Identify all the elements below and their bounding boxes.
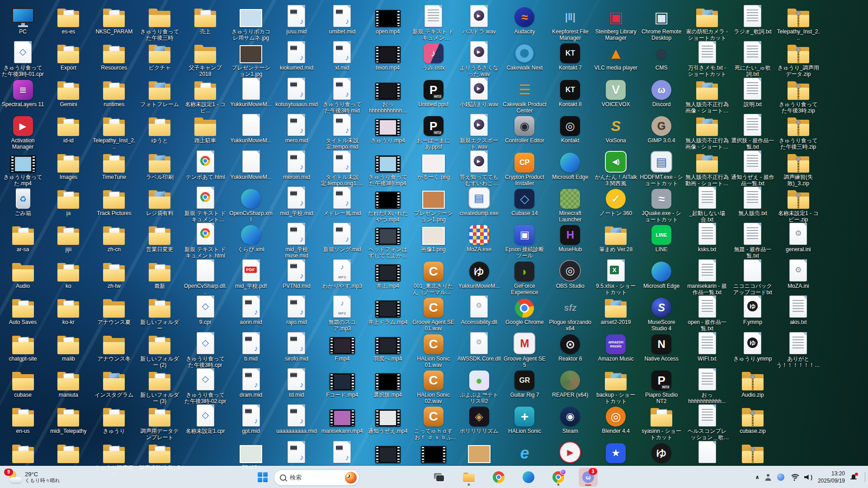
desktop-icon[interactable]: きゅうりボカコレ用サムネ.jpg (229, 4, 273, 41)
desktop-icon[interactable]: ≡SpectraLayers 11 (1, 76, 45, 108)
desktop-icon[interactable]: GRGuitar Rig 7 (503, 367, 547, 398)
desktop-icon[interactable] (47, 440, 90, 465)
desktop-icon[interactable]: ▣Chrome Remote Desktop (640, 4, 684, 41)
desktop-icon[interactable]: ◇9.cpr (184, 294, 227, 325)
desktop-icon[interactable]: ≈Audacity (503, 4, 547, 35)
desktop-icon[interactable]: CHALion Sonic 01.wav (411, 331, 455, 368)
desktop-icon[interactable]: ♪MP3わかりやす.mp3 (320, 258, 364, 289)
desktop-icon[interactable]: ♪MP3無題のスコア.mp3 (320, 294, 364, 332)
desktop-icon[interactable]: HMuseHub (548, 221, 592, 253)
desktop-icon[interactable]: 名称未設定1 - コピー.zip (776, 185, 820, 223)
desktop-icon[interactable]: きゅうり.mp4 (366, 113, 410, 144)
desktop-icon[interactable]: maniuta (47, 367, 90, 398)
desktop-icon[interactable]: ゆ (640, 440, 684, 465)
desktop-icon[interactable]: ◉Steam (548, 403, 592, 434)
desktop-icon[interactable]: 調声練習(失敗)_3.zip (776, 149, 820, 187)
desktop-icon[interactable]: PNT2おーばーまにあ.ppsf (411, 113, 455, 150)
desktop-icon[interactable]: ◇名称未設定1.cpr (184, 403, 227, 434)
desktop-icon[interactable]: 新規 テキスト ドキュメント.musicxml (411, 4, 455, 41)
file-explorer-button[interactable] (459, 468, 478, 487)
desktop-icon[interactable]: くらび.xml (229, 221, 273, 253)
desktop-icon[interactable]: 父子キャンプ2018 (184, 40, 227, 77)
desktop-icon[interactable]: ♪きゅうり食ってた午後3時.mid (320, 76, 364, 114)
desktop-icon[interactable]: es-es (47, 4, 90, 35)
desktop-icon[interactable]: きゅうり食ってた午後3時.zip (776, 76, 820, 114)
desktop-icon[interactable]: Minecraft Launcher (548, 185, 592, 223)
desktop-icon[interactable]: ⊙Reaktor 6 (548, 331, 592, 362)
desktop-icon[interactable]: ◈ポリリリリズム (457, 403, 501, 434)
desktop-icon[interactable]: 売上 (184, 4, 227, 35)
desktop-icon[interactable]: 新しいフォルダー (3) (138, 367, 182, 404)
desktop-icon[interactable]: |‖|Keepforest File Manager (548, 4, 592, 41)
desktop-icon[interactable]: CGroove Agent SE 01.wav (411, 294, 455, 332)
desktop-icon[interactable]: 井上ドラム.mp4 (366, 294, 410, 325)
desktop-icon[interactable]: Resources (92, 40, 136, 71)
desktop-icon[interactable]: ♪mid_学校.mid (274, 185, 318, 216)
desktop-icon[interactable]: ▶答え知っててもむずいわこれ.wav (457, 149, 501, 187)
chrome-button[interactable] (489, 468, 508, 487)
desktop-icon[interactable]: YukkuriMovieM... (229, 113, 273, 144)
desktop-icon[interactable]: ♻ごみ箱 (1, 185, 45, 216)
notification-bell-icon[interactable] (850, 474, 857, 480)
desktop-icon[interactable]: KTKontakt 7 (548, 40, 592, 71)
task-view-button[interactable] (429, 468, 448, 487)
desktop-icon[interactable]: ヘルスコンプレッション＿歌詞.txt (685, 403, 729, 441)
desktop-icon[interactable]: +HALion Sonic (503, 403, 547, 434)
desktop-icon[interactable]: ◇きゅうり食ってた午後3時-01.cpr (1, 40, 45, 77)
desktop-icon[interactable]: 井上.mp4 (366, 258, 410, 289)
start-button[interactable] (253, 468, 272, 487)
desktop-icon[interactable]: ▲VLC media player (594, 40, 638, 71)
desktop-icon[interactable]: 新しいフォルダー (138, 294, 182, 332)
desktop-icon[interactable]: Cこってゅｈｄすおｆ ｄ ｓ ｂふぉ.wav (411, 403, 455, 441)
desktop-icon[interactable]: akis.txt (776, 294, 820, 325)
desktop-icon[interactable]: Telepathy_Inst_2... (92, 113, 136, 150)
desktop-icon[interactable]: きゅうり食ってた午後三時.zip (776, 113, 820, 150)
desktop-icon[interactable]: ◇きゅうり食ってた午後3時-02.cpr (184, 367, 227, 404)
discord-button[interactable]: ω 3 (579, 468, 598, 487)
desktop-icon[interactable]: ♪rajio.mid (274, 294, 318, 325)
desktop-icon[interactable]: ♪タイトル未設定.tempo.orig1.mid (320, 149, 364, 187)
desktop-icon[interactable]: Gemini (47, 76, 90, 108)
desktop-icon[interactable]: ♪td.mid (274, 367, 318, 398)
desktop-icon[interactable]: ✓ノートン 360 (594, 185, 638, 216)
search-box[interactable]: 検索 (274, 469, 359, 486)
desktop-icon[interactable]: ♪新規ソング.mid (320, 221, 364, 253)
desktop-icon[interactable]: manisekarin - 親作品一覧.txt (685, 258, 729, 296)
desktop-icon[interactable]: ◇きゅうり食ってた午後3時.cpr (184, 331, 227, 368)
desktop-icon[interactable]: ♪タイトル未設定.tempo.mid (320, 113, 364, 150)
desktop-icon[interactable]: ●ぷよぷよ™テトリス®2 (457, 367, 501, 404)
desktop-icon[interactable]: 新規 テキスト ドキュメント.html (184, 221, 227, 259)
desktop-icon[interactable]: chatgpt-site (1, 331, 45, 362)
desktop-icon[interactable]: ◀)かんたん！AITalk 3 関西風 (594, 149, 638, 187)
desktop-icon[interactable]: CPCrypton Product Installer (503, 149, 547, 187)
desktop-icon[interactable]: ▤HDDFMT.exe - ショートカット (640, 149, 684, 187)
desktop-icon[interactable]: SMuseScore Studio 4 (640, 294, 684, 332)
desktop-icon[interactable]: ゆF.ymmp (731, 294, 774, 325)
desktop-icon[interactable]: きゅうり食ってた.mp4 (1, 149, 45, 187)
desktop-icon[interactable]: ⚙general.ini (776, 221, 820, 253)
desktop-icon[interactable]: 筆まめ Ver.28 (594, 221, 638, 253)
desktop-icon[interactable]: ♪メドレー風.mid (320, 185, 364, 216)
desktop-icon[interactable]: レジ袋有料 (138, 185, 182, 216)
desktop-icon[interactable] (366, 440, 410, 465)
desktop-icon[interactable]: ⚙MoZA.ini (776, 258, 820, 289)
desktop-icon[interactable]: cubase.zip (731, 403, 774, 434)
desktop-icon[interactable]: ja (47, 185, 90, 216)
desktop-icon[interactable]: ▶よりうるさくなった.wav (457, 40, 501, 77)
desktop-icon[interactable]: NNative Access (640, 331, 684, 362)
desktop-icon[interactable]: backup - ショートカット (594, 367, 638, 404)
desktop-icon[interactable] (1, 440, 45, 465)
desktop-icon[interactable]: ar-sa (1, 221, 45, 253)
desktop-icon[interactable]: Microsoft Edge (640, 258, 684, 289)
desktop-icon[interactable]: 新規 テキスト ドキュメント (2).html (184, 185, 227, 223)
desktop-icon[interactable]: ωDiscord (640, 76, 684, 108)
desktop-icon[interactable]: ♪dram.mid (229, 367, 273, 398)
desktop-icon[interactable] (685, 440, 729, 465)
desktop-icon[interactable]: ゆうと (138, 113, 182, 144)
desktop-icon[interactable]: ♪sirofo.mid (274, 331, 318, 362)
desktop-icon[interactable]: おっhhhhhhhhhhh... (685, 367, 729, 404)
desktop-icon[interactable]: 通知うぜえ - 親作品一覧.txt (731, 149, 774, 187)
desktop-icon[interactable]: ♪meroin.mid (274, 149, 318, 180)
desktop-icon[interactable]: ♪xl.mid (320, 40, 364, 71)
desktop-icon[interactable]: だれだFXいれたやつ.mp4 (366, 185, 410, 223)
